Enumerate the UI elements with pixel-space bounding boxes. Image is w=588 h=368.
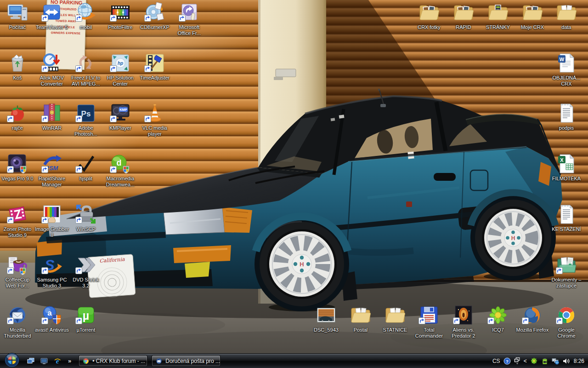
desktop-icon-label: Macromedia Dreamwea...	[103, 176, 137, 188]
desktop-icon-mobil[interactable]: mobil	[69, 1, 103, 30]
tray-collapse-chevron[interactable]: <	[524, 358, 527, 364]
taskbar-button-1[interactable]: • CRX Klub forum - ...	[79, 355, 147, 367]
desktop-icon-allok-mov-converter[interactable]: Allok MOV Converter	[35, 52, 69, 87]
folderphotos-icon	[452, 1, 475, 23]
shortcut-arrow-badge	[41, 217, 48, 225]
desktop-icon-vegas-pro[interactable]: Vegas Pro 9.0	[0, 153, 34, 182]
desktop-icon-label: CDBurnerXP	[138, 24, 172, 30]
desktop-icon-moje-crx[interactable]: Moje CRX	[515, 1, 549, 30]
desktop-icon-label: KMPlayer	[103, 125, 137, 131]
svg-text:W: W	[560, 57, 565, 62]
desktop-icon-cdburnerxp[interactable]: CDBurnerXP	[138, 1, 172, 30]
desktop-icon-label: Google Chrome	[549, 327, 583, 339]
desktop-icon-label: Microsoft Office Fr...	[172, 24, 206, 36]
shortcut-arrow-badge	[7, 217, 14, 225]
vegas-icon	[6, 153, 28, 175]
desktop-icon-hjsplit[interactable]: hjsplit	[69, 153, 103, 182]
taskbar-button-title: • CRX Klub forum - ...	[92, 358, 145, 364]
imagegrabber-icon	[41, 203, 63, 225]
desktop-icon-dvd-shrink[interactable]: DVD Shrink 3.2	[69, 254, 103, 289]
desktop-icon-microsoft-office[interactable]: Microsoft Office Fr...	[172, 1, 206, 36]
desktop-icon-photofiltre[interactable]: PhotoFiltre	[103, 1, 137, 30]
volume-icon[interactable]	[562, 357, 570, 365]
desktop-icon-mozilla-firefox[interactable]: Mozilla Firefox	[515, 304, 549, 333]
desktop-icon-label: Postal	[344, 327, 378, 333]
desktop-icon-label: µTorrent	[69, 327, 103, 333]
desktop-icon-winscp[interactable]: WinSCP	[69, 203, 103, 232]
desktop-icon-stranky[interactable]: STRÁNKY	[481, 1, 515, 30]
desktop-icon-icq7[interactable]: ICQ7	[481, 304, 515, 333]
taskbar-button-2[interactable]: Doručená pošta pro ...	[152, 355, 220, 367]
shortcut-arrow-badge	[75, 65, 82, 74]
desktop-icon-aliens-vs-predator-2[interactable]: Aliens vs. Predator 2	[447, 304, 481, 339]
desktop-icon-dokumenty-zastupce[interactable]: Dokumenty – zástupce	[549, 254, 583, 289]
desktop-icon-rapidshare-manager[interactable]: RSMRapidShare Manager	[35, 153, 69, 188]
shortcut-arrow-badge	[453, 317, 460, 326]
desktop-icon-mozilla-thunderbird[interactable]: Mozilla Thunderbird	[0, 304, 34, 339]
desktop-icon-timeadjuster[interactable]: TimeAdjuster	[138, 52, 172, 81]
desktop-icon-dsc-5943[interactable]: DSC_5943	[309, 304, 343, 333]
shortcut-arrow-badge	[110, 166, 117, 175]
desktop-icon-label: VLC media player	[138, 125, 172, 137]
folderweb-icon	[487, 1, 509, 23]
desktop-icon-coffeecup[interactable]: CoffeeCup Web For...	[0, 254, 34, 289]
firefox-icon	[521, 304, 543, 326]
desktop-icon-kos[interactable]: Koš	[0, 52, 34, 81]
desktop-icon-filmoteka[interactable]: XFILMOTÉKA	[549, 153, 583, 182]
desktop-icon-adobe-photoshop[interactable]: PsAdobe Photosh...	[69, 102, 103, 137]
dreamweaver-icon: d	[109, 153, 131, 175]
desktop-icon-macromedia-dreamweaver[interactable]: dMacromedia Dreamwea...	[103, 153, 137, 188]
svg-text:µ: µ	[83, 309, 89, 322]
shortcut-arrow-badge	[110, 115, 117, 124]
icq-tray-icon[interactable]	[530, 357, 538, 365]
desktop-icon-teamviewer-5[interactable]: TeamViewer 5	[35, 1, 69, 30]
start-button[interactable]	[4, 352, 20, 368]
desktop-icon-pocitac[interactable]: Počítač	[0, 1, 34, 30]
svg-text:a: a	[47, 309, 52, 317]
desktop-icon-podpis[interactable]: podpis	[549, 102, 583, 131]
desktop-icon-freez-flv[interactable]: Freez FLV to AVI MPEG...	[69, 52, 103, 87]
desktop-icon-objednavka-crx[interactable]: WOBJEDNÁ... CRX	[549, 52, 583, 87]
shortcut-arrow-badge	[556, 267, 563, 276]
desktop-icon-avast-antivirus[interactable]: aavast! Antivirus	[35, 304, 69, 333]
desktop-icon-zoner-photo-studio[interactable]: Zoner Photo Studio 9	[0, 203, 34, 238]
desktop-icon-image-grabber[interactable]: Image Grabber II	[35, 203, 69, 238]
desktop-icon-statnice[interactable]: STATNICE	[378, 304, 412, 333]
window-restore-icon[interactable]	[514, 357, 520, 365]
help-icon[interactable]: ?	[503, 357, 511, 365]
network-icon[interactable]	[552, 357, 559, 365]
shortcut-arrow-badge	[418, 317, 425, 326]
remote-desktop-icon[interactable]	[40, 356, 49, 366]
windows-desktop: H H NO PARKING AUTHORIZEDVEHICLES WILL B…	[0, 0, 588, 368]
internet-explorer-icon[interactable]: e	[53, 356, 62, 366]
desktop-icon-rapid[interactable]: RAPID	[447, 1, 481, 30]
desktop-icon-postal[interactable]: Postal	[344, 304, 378, 333]
shortcut-arrow-badge	[41, 317, 48, 326]
shortcut-arrow-badge	[75, 115, 82, 124]
language-indicator[interactable]: CS	[492, 358, 500, 364]
desktop-icon-ke-stazeni[interactable]: KE STAŽENÍ	[549, 203, 583, 232]
recycle-icon	[6, 52, 28, 74]
desktop-icon-grid: PočítačTeamViewer 5mobilPhotoFiltreCDBur…	[0, 0, 588, 353]
thunderbird-icon	[155, 357, 163, 365]
desktop-icon-data[interactable]: data	[549, 1, 583, 30]
show-desktop-icon[interactable]	[26, 356, 35, 366]
desktop-icon-rajce[interactable]: rajče	[0, 102, 34, 131]
desktop-icon-utorrent[interactable]: µµTorrent	[69, 304, 103, 333]
desktop-icon-crx-fotky[interactable]: CRX fotky	[412, 1, 446, 30]
quick-launch-overflow-chevron[interactable]: »	[68, 357, 71, 364]
desktop-icon-winrar[interactable]: WinRAR	[35, 102, 69, 131]
desktop-icon-label: STRÁNKY	[481, 24, 515, 30]
battery-icon[interactable]	[541, 357, 548, 365]
svg-text:d: d	[117, 158, 122, 167]
avast-icon: a	[41, 304, 63, 326]
desktop-icon-total-commander[interactable]: Total Commander	[412, 304, 446, 339]
desktop-icon-label: DVD Shrink 3.2	[69, 277, 103, 289]
taskbar-clock[interactable]: 8:26	[574, 358, 584, 364]
desktop-icon-google-chrome[interactable]: Google Chrome	[549, 304, 583, 339]
desktop-icon-kmplayer[interactable]: KMPKMPlayer	[103, 102, 137, 131]
desktop-icon-samsung-pc-studio[interactable]: SSamsung PC Studio 3	[35, 254, 69, 289]
desktop-icon-hp-solution-center[interactable]: hpHP Solution Center	[103, 52, 137, 87]
desktop-icon-vlc-media-player[interactable]: VLC media player	[138, 102, 172, 137]
taskbar: e » • CRX Klub forum - ...Doručená pošta…	[0, 353, 588, 368]
